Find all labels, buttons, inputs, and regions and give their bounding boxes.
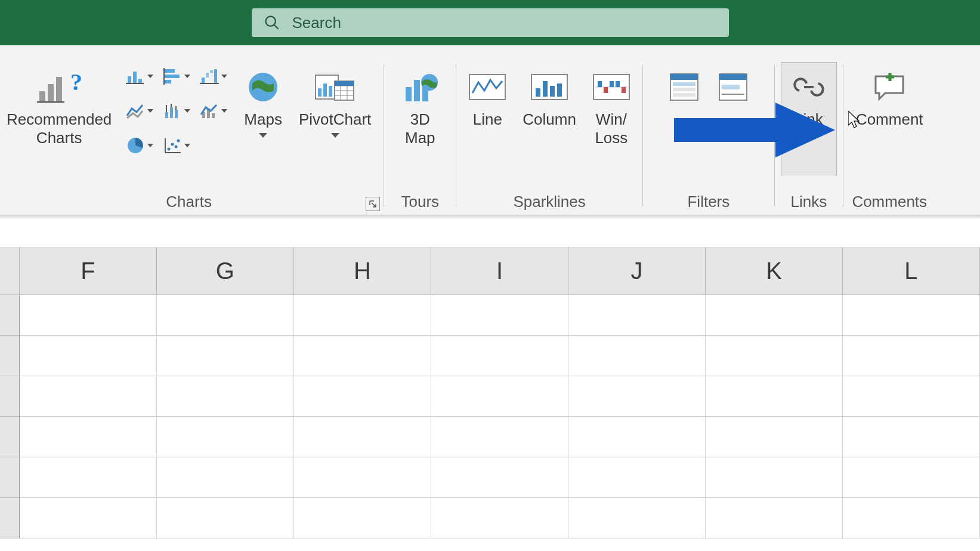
sparkline-winloss-label: Win/ Loss (595, 110, 627, 147)
search-box[interactable] (252, 8, 729, 37)
chart-bar-button[interactable] (161, 62, 192, 91)
row-header[interactable] (0, 457, 20, 498)
timeline-button[interactable] (710, 62, 756, 175)
cell[interactable] (431, 498, 568, 538)
sparkline-winloss-button[interactable]: Win/ Loss (586, 62, 636, 175)
cell[interactable] (157, 376, 294, 417)
column-header[interactable]: J (568, 247, 706, 295)
cell[interactable] (568, 417, 706, 457)
cell[interactable] (843, 336, 980, 376)
globe-icon (246, 66, 280, 108)
svg-rect-12 (164, 69, 175, 73)
timeline-icon (717, 66, 749, 108)
cell[interactable] (20, 336, 157, 376)
svg-rect-14 (164, 80, 171, 83)
cell[interactable] (20, 417, 157, 457)
cell[interactable] (843, 417, 980, 457)
cell[interactable] (20, 376, 157, 417)
chart-pie-button[interactable] (124, 131, 155, 160)
sparkline-column-icon (531, 66, 568, 108)
cell[interactable] (157, 498, 294, 538)
cell[interactable] (294, 417, 431, 457)
cell[interactable] (843, 457, 980, 498)
cell[interactable] (706, 336, 843, 376)
svg-marker-34 (221, 109, 227, 113)
cell[interactable] (568, 376, 706, 417)
column-header-row: FGHIJKL (0, 247, 980, 295)
spreadsheet-grid[interactable]: FGHIJKL (0, 247, 980, 538)
svg-marker-23 (147, 109, 153, 113)
maps-button[interactable]: Maps (237, 62, 289, 175)
map3d-button[interactable]: 3D Map (390, 62, 450, 175)
recommended-charts-button[interactable]: ? Recommended Charts (0, 62, 118, 175)
cell[interactable] (843, 295, 980, 336)
group-links: Link Links (775, 58, 843, 215)
row-header[interactable] (0, 295, 20, 336)
cell[interactable] (431, 376, 568, 417)
cell[interactable] (157, 417, 294, 457)
chart-line-button[interactable] (124, 97, 155, 125)
cell[interactable] (706, 417, 843, 457)
cell[interactable] (431, 417, 568, 457)
cell[interactable] (157, 457, 294, 498)
cell[interactable] (568, 498, 706, 538)
cell[interactable] (706, 457, 843, 498)
cell[interactable] (294, 498, 431, 538)
cell[interactable] (568, 336, 706, 376)
row-header[interactable] (0, 376, 20, 417)
svg-rect-47 (318, 88, 321, 97)
cell[interactable] (706, 295, 843, 336)
link-button[interactable]: Link (781, 62, 837, 175)
sparkline-line-button[interactable]: Line (462, 62, 512, 175)
row-header[interactable] (0, 498, 20, 538)
tours-group-label: Tours (401, 188, 439, 215)
cell[interactable] (843, 498, 980, 538)
cell[interactable] (431, 457, 568, 498)
svg-rect-56 (335, 81, 354, 86)
cell[interactable] (20, 498, 157, 538)
column-header[interactable]: I (431, 247, 568, 295)
cell[interactable] (431, 295, 568, 336)
column-header[interactable]: G (157, 247, 294, 295)
svg-rect-65 (543, 81, 548, 97)
row-header[interactable] (0, 417, 20, 457)
cell[interactable] (20, 457, 157, 498)
chevron-down-icon (221, 108, 227, 114)
cell[interactable] (568, 295, 706, 336)
column-header[interactable]: K (706, 247, 843, 295)
svg-rect-67 (557, 83, 562, 97)
cell[interactable] (431, 336, 568, 376)
cell[interactable] (706, 498, 843, 538)
cell[interactable] (294, 336, 431, 376)
svg-rect-71 (604, 87, 608, 93)
slicer-button[interactable] (661, 62, 707, 175)
comment-button[interactable]: Comment (849, 62, 930, 175)
cell[interactable] (294, 295, 431, 336)
chart-waterfall-button[interactable] (198, 62, 229, 91)
row-header[interactable] (0, 336, 20, 376)
charts-dialog-launcher[interactable] (366, 197, 380, 211)
cell[interactable] (706, 376, 843, 417)
sparkline-column-button[interactable]: Column (516, 62, 583, 175)
cell[interactable] (568, 457, 706, 498)
column-header[interactable]: L (843, 247, 980, 295)
cell[interactable] (157, 295, 294, 336)
column-header[interactable]: F (20, 247, 157, 295)
search-input[interactable] (292, 14, 717, 32)
svg-marker-16 (184, 75, 190, 78)
cell[interactable] (843, 376, 980, 417)
svg-point-42 (177, 140, 180, 143)
chart-statistic-button[interactable] (161, 97, 192, 125)
cell[interactable] (157, 336, 294, 376)
column-header[interactable]: H (294, 247, 431, 295)
select-all-corner[interactable] (0, 247, 20, 295)
chart-scatter-button[interactable] (161, 131, 192, 160)
svg-marker-22 (221, 75, 227, 78)
cell[interactable] (20, 295, 157, 336)
chart-combo-button[interactable] (198, 97, 229, 125)
cell[interactable] (294, 457, 431, 498)
filters-group-label: Filters (687, 188, 729, 215)
pivotchart-button[interactable]: PivotChart (292, 62, 378, 175)
cell[interactable] (294, 376, 431, 417)
chart-column-button[interactable] (124, 62, 155, 91)
